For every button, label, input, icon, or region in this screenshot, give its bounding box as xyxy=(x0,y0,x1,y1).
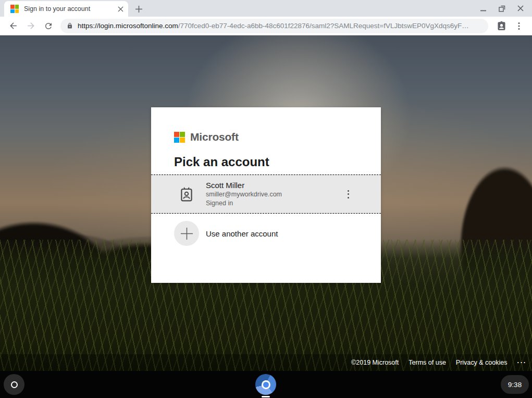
profile-icon[interactable] xyxy=(494,19,509,33)
footer-more-icon[interactable]: ··· xyxy=(517,359,527,366)
forward-icon[interactable] xyxy=(23,19,38,33)
account-badge-icon xyxy=(174,187,199,202)
url-path: /770fced0-eb77-4edc-a6bb-48c601f22876/sa… xyxy=(178,22,469,30)
url-text: https://login.microsoftonline.com/770fce… xyxy=(78,22,469,30)
minimize-icon[interactable] xyxy=(478,3,488,14)
account-info: Scott Miller smiller@myworkdrive.com Sig… xyxy=(206,180,345,208)
microsoft-favicon-icon xyxy=(10,5,19,13)
lock-icon xyxy=(67,22,73,29)
terms-of-use-link[interactable]: Terms of use xyxy=(409,359,446,366)
use-another-account-label: Use another account xyxy=(206,229,278,238)
tab-title: Sign in to your account xyxy=(24,5,116,13)
chromium-app-icon[interactable] xyxy=(255,374,276,395)
plus-icon xyxy=(174,221,199,246)
browser-menu-icon[interactable] xyxy=(512,19,526,33)
active-app-indicator xyxy=(262,396,270,397)
microsoft-logo-icon xyxy=(174,132,185,143)
chromeos-browser-window: Sign in to your account xyxy=(0,0,532,398)
copyright-text: ©2019 Microsoft xyxy=(351,359,399,366)
page-content: Microsoft Pick an account Scott Miller s… xyxy=(0,35,532,371)
new-tab-icon[interactable] xyxy=(131,2,146,16)
status-tray[interactable]: 9:38 xyxy=(501,375,529,394)
account-tile[interactable]: Scott Miller smiller@myworkdrive.com Sig… xyxy=(151,175,381,214)
dialog-heading: Pick an account xyxy=(174,155,358,169)
browser-tab[interactable]: Sign in to your account xyxy=(4,1,128,17)
tab-strip: Sign in to your account xyxy=(0,0,532,17)
microsoft-logo: Microsoft xyxy=(174,131,381,143)
microsoft-wordmark: Microsoft xyxy=(190,131,239,143)
url-host: https://login.microsoftonline.com xyxy=(78,22,178,30)
use-another-account[interactable]: Use another account xyxy=(174,221,358,246)
page-footer: ©2019 Microsoft Terms of use Privacy & c… xyxy=(351,359,527,366)
pick-account-dialog: Microsoft Pick an account Scott Miller s… xyxy=(151,107,381,283)
window-close-icon[interactable] xyxy=(515,3,526,14)
privacy-cookies-link[interactable]: Privacy & cookies xyxy=(456,359,508,366)
restore-icon[interactable] xyxy=(497,3,507,14)
account-menu-icon[interactable] xyxy=(345,187,351,202)
account-name: Scott Miller xyxy=(206,180,345,190)
clock-text: 9:38 xyxy=(508,381,522,389)
reload-icon[interactable] xyxy=(41,19,56,33)
back-icon[interactable] xyxy=(6,19,20,33)
account-email: smiller@myworkdrive.com xyxy=(206,190,345,199)
chromeos-shelf: 9:38 xyxy=(0,371,532,398)
address-bar[interactable]: https://login.microsoftonline.com/770fce… xyxy=(60,19,488,33)
account-status: Signed in xyxy=(206,199,345,208)
tab-close-icon[interactable] xyxy=(116,4,125,14)
window-controls xyxy=(478,0,526,17)
launcher-icon[interactable] xyxy=(4,374,24,395)
navigation-bar: https://login.microsoftonline.com/770fce… xyxy=(0,17,532,35)
